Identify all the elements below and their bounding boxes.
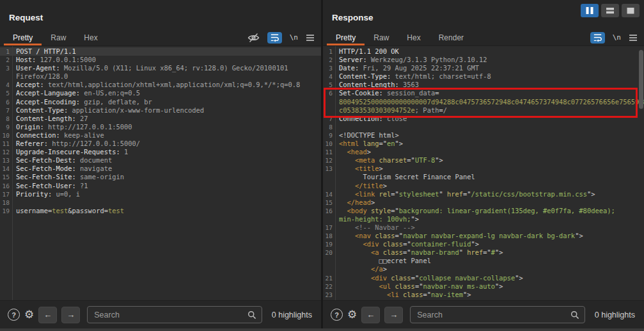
code-line[interactable]: </a> (323, 265, 644, 273)
code-line[interactable]: 21 <div class="collapse navbar-collapse"… (323, 274, 644, 282)
line-number (323, 257, 336, 265)
line-number: 15 (0, 173, 13, 181)
highlights-count: 0 highlights (595, 311, 635, 319)
line-number (323, 98, 336, 106)
code-line[interactable]: Firefox/128.0 (0, 72, 321, 81)
help-icon[interactable]: ? (331, 309, 343, 321)
request-panel: Request Pretty Raw Hex (0, 0, 321, 328)
line-number: 2 (0, 56, 13, 64)
line-number: 9 (323, 131, 336, 140)
code-line[interactable]: 17Priority: u=0, i (0, 190, 321, 198)
next-match-button[interactable]: → (384, 307, 403, 323)
code-line[interactable]: 3User-Agent: Mozilla/5.0 (X11; Linux x86… (0, 64, 321, 72)
code-line[interactable]: 14Sec-Fetch-Mode: navigate (0, 165, 321, 173)
code-line[interactable]: 3Date: Fri, 29 Aug 2025 22:37:21 GMT (323, 64, 644, 72)
code-line[interactable]: 16Sec-Fetch-User: ?1 (0, 182, 321, 190)
code-line[interactable]: 13 <title> (323, 165, 644, 173)
request-toolbar-icons: \n (247, 29, 315, 45)
search-input[interactable] (416, 310, 570, 320)
search-icon (247, 311, 256, 319)
code-line[interactable]: 5Accept-Language: en-US,en;q=0.5 (0, 89, 321, 97)
word-wrap-icon[interactable] (267, 32, 282, 44)
code-line[interactable]: □□ecret Panel (323, 257, 644, 265)
code-line[interactable]: min-height: 100vh;"> (323, 215, 644, 223)
code-line[interactable]: 14 <link rel="stylesheet" href="/static/… (323, 190, 644, 198)
response-tabbar: Pretty Raw Hex Render \n (323, 29, 644, 45)
code-line[interactable]: 24 <a class="nav-link active" href="#"> (323, 299, 644, 300)
word-wrap-icon[interactable] (590, 32, 605, 44)
response-tab-pretty[interactable]: Pretty (327, 29, 365, 45)
request-editor[interactable]: 1POST / HTTP/1.12Host: 127.0.0.1:50003Us… (0, 45, 321, 300)
request-tab-raw[interactable]: Raw (42, 29, 75, 45)
line-number: 6 (0, 98, 13, 106)
code-line[interactable]: 4Content-Type: text/html; charset=utf-8 (323, 72, 644, 81)
code-line[interactable]: c05383530303094752e; Path=/ (323, 106, 644, 115)
code-line[interactable]: </title> (323, 182, 644, 190)
previous-match-button[interactable]: ← (38, 307, 57, 323)
response-tab-hex[interactable]: Hex (398, 29, 429, 45)
code-line[interactable]: 1POST / HTTP/1.1 (0, 47, 321, 56)
menu-icon[interactable] (306, 34, 315, 42)
code-line[interactable]: 20 <a class="navbar-brand" href="#"> (323, 248, 644, 257)
gutter-separator (335, 46, 336, 300)
eye-off-icon[interactable] (247, 33, 260, 43)
code-line[interactable]: 1HTTP/1.1 200 OK (323, 47, 644, 56)
code-line[interactable]: 15Sec-Fetch-Site: same-origin (0, 173, 321, 181)
window-bottom-edge (0, 328, 644, 331)
gear-icon[interactable]: ⚙ (24, 309, 34, 320)
search-input[interactable] (93, 310, 247, 320)
code-line[interactable]: 16 <body style="background: linear-gradi… (323, 207, 644, 215)
code-line[interactable]: 19username=test&password=test (0, 207, 321, 215)
code-line[interactable]: 2Host: 127.0.0.1:5000 (0, 56, 321, 64)
code-line[interactable]: 22 <ul class="navbar-nav ms-auto"> (323, 282, 644, 291)
request-tab-pretty[interactable]: Pretty (4, 29, 42, 45)
code-line[interactable]: 17 <!-- Navbar --> (323, 223, 644, 232)
code-line[interactable]: 10Connection: keep-alive (0, 131, 321, 140)
code-line[interactable]: 15 </head> (323, 198, 644, 207)
burp-message-editor-window: Request Pretty Raw Hex (0, 0, 644, 331)
line-number: 7 (0, 106, 13, 115)
code-line[interactable]: 19 <div class="container-fluid"> (323, 240, 644, 248)
newline-icon[interactable]: \n (290, 33, 298, 42)
line-number: 13 (323, 165, 336, 173)
code-line[interactable]: 9Origin: http://127.0.0.1:5000 (0, 123, 321, 131)
request-title: Request (9, 13, 43, 22)
response-tab-render[interactable]: Render (430, 29, 473, 45)
code-line[interactable]: 2Server: Werkzeug/3.1.3 Python/3.10.12 (323, 56, 644, 64)
line-number: 23 (323, 291, 336, 299)
code-line[interactable]: 7Content-Type: application/x-www-form-ur… (0, 106, 321, 115)
search-field (87, 306, 262, 323)
line-number: 1 (323, 47, 336, 56)
code-line[interactable]: 12Upgrade-Insecure-Requests: 1 (0, 148, 321, 156)
response-editor[interactable]: 1HTTP/1.1 200 OK2Server: Werkzeug/3.1.3 … (323, 45, 644, 300)
help-icon[interactable]: ? (8, 309, 20, 321)
request-tab-hex[interactable]: Hex (75, 29, 106, 45)
code-line[interactable]: 11 <head> (323, 148, 644, 156)
line-number (323, 173, 336, 181)
newline-icon[interactable]: \n (613, 33, 621, 42)
response-tab-raw[interactable]: Raw (365, 29, 398, 45)
code-line[interactable]: 12 <meta charset="UTF-8"> (323, 156, 644, 165)
next-match-button[interactable]: → (61, 307, 80, 323)
code-line[interactable]: 6Accept-Encoding: gzip, deflate, br (0, 98, 321, 106)
code-line[interactable]: 10<html lang="en"> (323, 140, 644, 148)
menu-icon[interactable] (629, 34, 638, 42)
code-line[interactable]: 18 <nav class="navbar navbar-expand-lg n… (323, 232, 644, 240)
gear-icon[interactable]: ⚙ (347, 309, 357, 320)
code-line[interactable]: 8 (323, 123, 644, 131)
code-line[interactable]: 6Set-Cookie: session_data= (323, 89, 644, 97)
previous-match-button[interactable]: ← (361, 307, 380, 323)
code-line[interactable]: 13Sec-Fetch-Dest: document (0, 156, 321, 165)
code-line[interactable]: 23 <li class="nav-item"> (323, 291, 644, 299)
code-line[interactable]: 7Connection: close (323, 115, 644, 123)
code-line[interactable]: 9<!DOCTYPE html> (323, 131, 644, 140)
code-line[interactable]: 8Content-Length: 27 (0, 115, 321, 123)
response-header: Response (323, 0, 644, 29)
code-line[interactable]: 80049525000000000000007d94288c0475736572… (323, 98, 644, 106)
code-line[interactable]: Tourism Secret Finance Panel (323, 173, 644, 181)
code-line[interactable]: 18 (0, 198, 321, 207)
code-line[interactable]: 5Content-Length: 3563 (323, 81, 644, 89)
code-line[interactable]: 4Accept: text/html,application/xhtml+xml… (0, 81, 321, 89)
code-line[interactable]: 11Referer: http://127.0.0.1:5000/ (0, 140, 321, 148)
scrollbar-thumb[interactable] (639, 50, 643, 109)
